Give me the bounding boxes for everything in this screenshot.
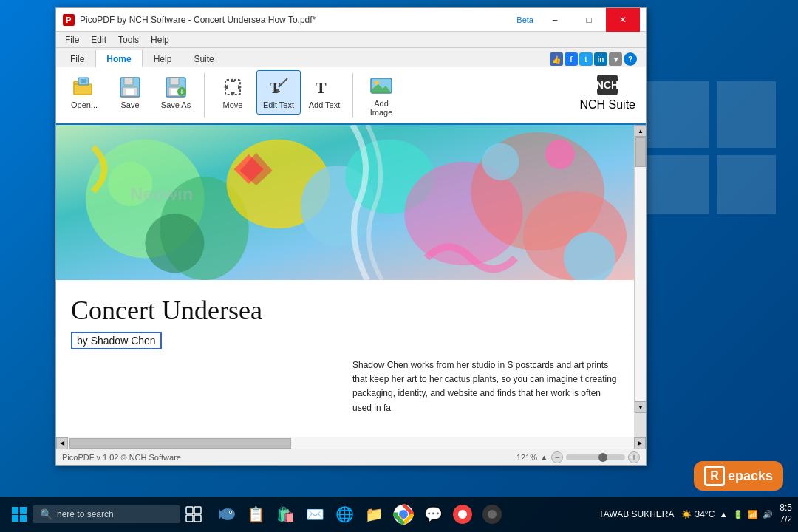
taskbar-clock[interactable]: 8:5 7/2 xyxy=(780,502,792,525)
edit-text-button[interactable]: T Edit Text xyxy=(256,70,301,115)
taskbar-store-icon[interactable]: 🛍️ xyxy=(272,501,299,528)
zoom-out-button[interactable]: − xyxy=(551,451,563,463)
tab-file[interactable]: File xyxy=(59,50,95,67)
taskbar-mail-icon[interactable]: ✉️ xyxy=(301,501,328,528)
taskbar-edge-icon[interactable]: 🌐 xyxy=(331,501,358,528)
scroll-up-button[interactable]: ▲ xyxy=(635,125,646,137)
document-columns: Shadow Chen works from her studio in S p… xyxy=(71,358,619,415)
zoom-slider-thumb xyxy=(598,453,607,462)
taskbar-files-icon[interactable]: 📁 xyxy=(361,501,387,528)
nch-label: NCH Suite xyxy=(579,98,635,112)
thumbs-icon[interactable]: 👍 xyxy=(550,52,563,66)
horizontal-scrollbar[interactable]: ◀ ▶ xyxy=(56,437,646,449)
svg-rect-1 xyxy=(717,81,776,148)
zoom-slider[interactable] xyxy=(566,454,625,460)
scroll-thumb-h[interactable] xyxy=(69,438,291,449)
battery-icon[interactable]: 🔋 xyxy=(732,508,744,520)
up-arrow-icon[interactable]: ▲ xyxy=(717,508,729,520)
svg-rect-55 xyxy=(20,507,27,514)
close-button[interactable]: ✕ xyxy=(606,8,640,32)
open-icon xyxy=(72,75,96,99)
save-label: Save xyxy=(120,100,139,109)
weather-icon[interactable]: ☀️ xyxy=(681,508,692,520)
svg-point-70 xyxy=(458,510,467,519)
title-bar: P PicoPDF by NCH Software - Concert Unde… xyxy=(56,8,646,32)
svg-point-49 xyxy=(145,214,204,273)
add-text-button[interactable]: T Add Text xyxy=(302,70,347,115)
scroll-track-h[interactable] xyxy=(68,437,634,449)
taskbar-another-icon[interactable] xyxy=(449,501,476,528)
menu-edit[interactable]: Edit xyxy=(85,33,112,47)
document-area: Neowin irepacks.com Concert Undersea by … xyxy=(56,125,646,437)
taskbar-multidesktop-icon[interactable]: 📋 xyxy=(242,501,269,528)
menu-file[interactable]: File xyxy=(59,33,85,47)
svg-rect-2 xyxy=(643,155,709,214)
vertical-scrollbar[interactable]: ▲ ▼ xyxy=(634,125,646,413)
svg-rect-9 xyxy=(78,78,89,85)
scroll-down-button[interactable]: ▼ xyxy=(635,401,646,413)
scroll-thumb-v[interactable] xyxy=(635,137,646,167)
add-image-icon xyxy=(369,74,393,98)
document-title: Concert Undersea xyxy=(71,295,619,326)
zoom-in-button[interactable]: + xyxy=(628,451,640,463)
menu-help[interactable]: Help xyxy=(145,33,175,47)
maximize-button[interactable]: □ xyxy=(572,8,606,32)
status-bar: PicoPDF v 1.02 © NCH Software 121% ▲ − + xyxy=(56,449,646,465)
repacks-r-icon: R xyxy=(704,466,725,486)
task-view-button[interactable] xyxy=(180,501,207,528)
ribbon-social-icons: 👍 f t in ▾ ? xyxy=(550,52,643,67)
repacks-logo: R epacks xyxy=(694,461,783,491)
page-content: irepacks.com Concert Undersea by Shadow … xyxy=(56,280,634,430)
save-icon xyxy=(118,75,142,99)
scroll-track-v[interactable] xyxy=(635,137,646,401)
svg-rect-0 xyxy=(643,81,709,148)
svg-point-50 xyxy=(108,162,152,206)
add-text-label: Add Text xyxy=(309,100,341,109)
volume-icon[interactable]: 🔊 xyxy=(762,508,774,520)
facebook-icon[interactable]: f xyxy=(565,52,578,66)
save-as-button[interactable]: + Save As xyxy=(154,70,198,115)
twitter-icon[interactable]: t xyxy=(579,52,593,66)
start-button[interactable] xyxy=(6,501,33,528)
windows-logo-bg xyxy=(635,74,783,369)
tab-home[interactable]: Home xyxy=(95,50,142,67)
beta-badge: Beta xyxy=(512,8,538,32)
zoom-controls: 121% ▲ − + xyxy=(516,451,640,463)
svg-text:+: + xyxy=(180,88,184,96)
network-icon[interactable]: 📶 xyxy=(747,508,759,520)
svg-rect-7 xyxy=(74,84,92,95)
taskbar-last-icon[interactable] xyxy=(479,501,505,528)
edit-text-icon: T xyxy=(267,75,290,99)
svg-point-53 xyxy=(545,140,575,169)
menu-tools[interactable]: Tools xyxy=(112,33,145,47)
svg-rect-61 xyxy=(194,515,201,522)
scroll-left-button[interactable]: ◀ xyxy=(56,437,68,449)
tab-help[interactable]: Help xyxy=(143,50,183,67)
save-button[interactable]: Save xyxy=(108,70,152,115)
doc-col-left xyxy=(71,358,338,415)
ribbon-tabs: File Home Help Suite 👍 f t in ▾ ? xyxy=(56,48,646,67)
taskbar-chrome-icon[interactable] xyxy=(390,501,417,528)
help-icon[interactable]: ? xyxy=(624,52,637,66)
user-name: TAWAB SUKHERA xyxy=(598,509,674,519)
svg-rect-59 xyxy=(194,507,201,514)
move-button[interactable]: Move xyxy=(211,70,255,115)
taskbar-search[interactable]: 🔍 here to search xyxy=(33,505,180,523)
status-right: 121% ▲ − + xyxy=(516,451,640,463)
window-controls: Beta – □ ✕ xyxy=(512,8,640,32)
add-image-label: Add Image xyxy=(364,99,398,117)
linkedin-icon[interactable]: in xyxy=(594,52,607,66)
tab-suite[interactable]: Suite xyxy=(183,50,225,67)
more-social-icon[interactable]: ▾ xyxy=(609,52,622,66)
svg-line-28 xyxy=(283,78,287,83)
taskbar-fish-icon[interactable] xyxy=(213,501,239,528)
scroll-right-button[interactable]: ▶ xyxy=(634,437,646,449)
nch-icon: NCH xyxy=(596,73,619,97)
nch-suite-button[interactable]: NCH NCH Suite xyxy=(575,70,640,115)
save-as-label: Save As xyxy=(161,100,191,109)
add-image-button[interactable]: Add Image xyxy=(359,70,403,120)
open-button[interactable]: Open... xyxy=(62,70,106,115)
document-author[interactable]: by Shadow Chen xyxy=(71,332,162,349)
taskbar-whatsapp-icon[interactable]: 💬 xyxy=(420,501,446,528)
minimize-button[interactable]: – xyxy=(538,8,572,32)
